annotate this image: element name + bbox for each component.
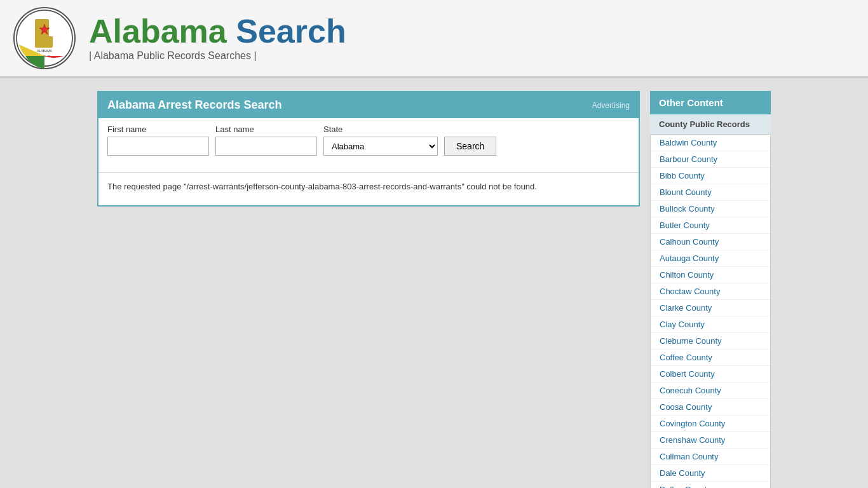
county-link[interactable]: Dale County bbox=[651, 465, 770, 482]
county-link[interactable]: Choctaw County bbox=[651, 283, 770, 300]
county-list: Baldwin CountyBarbour CountyBibb CountyB… bbox=[650, 135, 771, 488]
county-link[interactable]: Blount County bbox=[651, 184, 770, 201]
search-button[interactable]: Search bbox=[444, 137, 496, 156]
county-link[interactable]: Cleburne County bbox=[651, 333, 770, 349]
state-field: State Alabama Alaska Arizona Arkansas Ca… bbox=[323, 125, 438, 156]
advertising-label: Advertising bbox=[592, 101, 630, 110]
last-name-input[interactable] bbox=[215, 137, 317, 156]
county-public-records-header: County Public Records bbox=[650, 114, 771, 135]
site-subtitle: | Alabama Public Records Searches | bbox=[89, 50, 346, 62]
county-link[interactable]: Cullman County bbox=[651, 449, 770, 465]
title-search: Search bbox=[236, 13, 346, 50]
county-link[interactable]: Calhoun County bbox=[651, 234, 770, 250]
last-name-field: Last name bbox=[215, 125, 317, 156]
state-label: State bbox=[323, 125, 438, 134]
county-link[interactable]: Coosa County bbox=[651, 399, 770, 416]
search-box-header: Alabama Arrest Records Search Advertisin… bbox=[98, 92, 639, 118]
county-link[interactable]: Covington County bbox=[651, 416, 770, 432]
county-link[interactable]: Bibb County bbox=[651, 168, 770, 184]
error-message-box: The requested page "/arrest-warrants/jef… bbox=[98, 172, 639, 201]
search-form: First name Last name State Alabama Alask… bbox=[98, 118, 639, 166]
right-sidebar: Other Content County Public Records Bald… bbox=[650, 91, 771, 488]
county-link[interactable]: Barbour County bbox=[651, 151, 770, 168]
first-name-input[interactable] bbox=[107, 137, 209, 156]
other-content-header: Other Content bbox=[650, 91, 771, 114]
county-link[interactable]: Crenshaw County bbox=[651, 432, 770, 449]
svg-rect-4 bbox=[35, 36, 53, 48]
last-name-label: Last name bbox=[215, 125, 317, 134]
county-link[interactable]: Conecuh County bbox=[651, 383, 770, 399]
error-message-text: The requested page "/arrest-warrants/jef… bbox=[107, 182, 537, 191]
center-panel: Alabama Arrest Records Search Advertisin… bbox=[97, 91, 640, 488]
state-select[interactable]: Alabama Alaska Arizona Arkansas Californ… bbox=[323, 137, 438, 156]
alabama-seal-logo: ALABAMA STATE OF bbox=[13, 6, 76, 70]
first-name-field: First name bbox=[107, 125, 209, 156]
site-title-block: Alabama Search | Alabama Public Records … bbox=[89, 15, 346, 62]
main-content: Alabama Arrest Records Search Advertisin… bbox=[85, 91, 783, 488]
county-link[interactable]: Clarke County bbox=[651, 300, 770, 316]
search-box-title: Alabama Arrest Records Search bbox=[107, 98, 281, 112]
county-link[interactable]: Coffee County bbox=[651, 349, 770, 366]
county-link[interactable]: Clay County bbox=[651, 316, 770, 333]
first-name-label: First name bbox=[107, 125, 209, 134]
county-link[interactable]: Baldwin County bbox=[651, 135, 770, 151]
search-box: Alabama Arrest Records Search Advertisin… bbox=[97, 91, 640, 207]
title-alabama: Alabama bbox=[89, 13, 227, 50]
form-row: First name Last name State Alabama Alask… bbox=[107, 125, 630, 156]
county-link[interactable]: Butler County bbox=[651, 217, 770, 234]
site-header: ALABAMA STATE OF Alabama Search | Alabam… bbox=[0, 0, 868, 78]
county-link[interactable]: Bullock County bbox=[651, 201, 770, 217]
site-title: Alabama Search bbox=[89, 15, 346, 48]
svg-text:ALABAMA: ALABAMA bbox=[37, 49, 52, 53]
county-link[interactable]: Autauga County bbox=[651, 250, 770, 267]
county-link[interactable]: Chilton County bbox=[651, 267, 770, 283]
county-link[interactable]: Colbert County bbox=[651, 366, 770, 383]
county-link[interactable]: Dallas County bbox=[651, 482, 770, 488]
